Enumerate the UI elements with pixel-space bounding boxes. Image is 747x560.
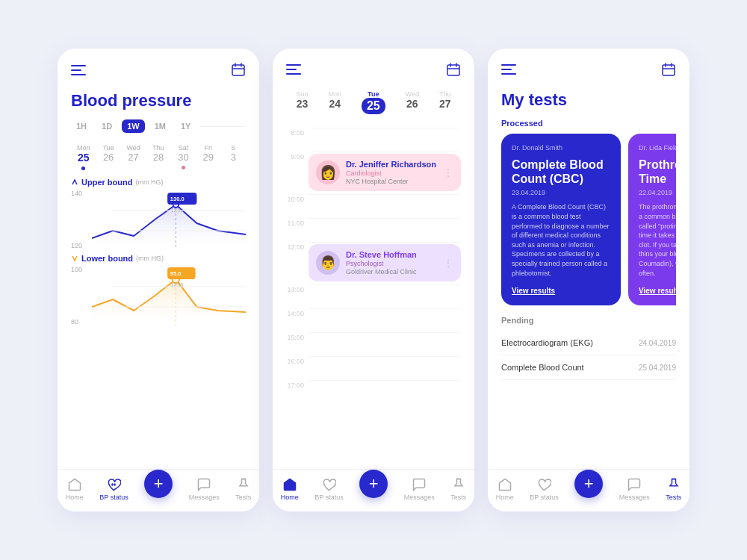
slot-12: 12:00 👨 Dr. Steve Hoffman Psychologist G… [286, 242, 461, 284]
cal-day-thu[interactable]: Thu 27 [439, 90, 451, 120]
avatar-richardson: 👩 [316, 161, 340, 184]
nav-messages-1[interactable]: Messages [189, 477, 220, 501]
test-card-cbc[interactable]: Dr. Donald Smith Complete Blood Count (C… [501, 134, 621, 305]
upper-bound-label: Upper bound (mm HG) [71, 178, 246, 187]
nav-home-3[interactable]: Home [496, 477, 514, 501]
calendar-week: Sun 23 Mon 24 Tue 25 Wed 26 [286, 90, 461, 120]
slot-15: 15:00 [286, 332, 461, 356]
tab-1w[interactable]: 1W [122, 119, 145, 133]
tab-1m[interactable]: 1M [149, 119, 171, 133]
upper-chart: 140 120 130.0 [71, 190, 246, 249]
top-bar-2 [286, 62, 461, 80]
appt-menu-1[interactable]: ⋮ [443, 167, 453, 178]
pending-date-2: 25.04.2019 [639, 364, 676, 372]
cal-day-mon[interactable]: Mon 24 [328, 90, 341, 120]
test-desc-1: A Complete Blood Count (CBC) is a common… [512, 202, 610, 278]
time-tabs: 1H 1D 1W 1M 1Y [71, 119, 246, 133]
svg-rect-1 [71, 69, 81, 71]
weekday-wed: Wed 27 [121, 143, 146, 172]
cal-day-wed[interactable]: Wed 26 [406, 90, 419, 120]
pending-label: Pending [501, 316, 676, 325]
bottom-nav-3: Home BP status + Messages Tests [488, 469, 689, 511]
test-date-1: 23.04.2019 [512, 189, 610, 196]
weekday-s: S 3 [221, 143, 246, 172]
test-date-2: 22.04.2019 [639, 189, 676, 196]
svg-rect-27 [447, 65, 459, 75]
avatar-hoffman: 👨 [316, 251, 340, 275]
tab-1d[interactable]: 1D [96, 119, 117, 133]
nav-tests-3[interactable]: Tests [666, 477, 681, 501]
nav-bp-1[interactable]: BP status [99, 477, 128, 501]
svg-rect-25 [286, 69, 297, 70]
nav-plus-2[interactable]: + [359, 470, 388, 498]
slot-17: 17:00 [286, 380, 461, 404]
processed-label: Processed [501, 119, 676, 128]
nav-plus-3[interactable]: + [574, 470, 603, 498]
calendar-icon-1[interactable] [231, 62, 246, 81]
doctor-name-2: Dr. Lida Fields [639, 144, 676, 152]
test-desc-2: The prothrombin time (PT test) is a comm… [639, 202, 676, 278]
svg-rect-35 [663, 65, 675, 75]
bottom-nav-1: Home BP status + Messages Tests [58, 469, 259, 511]
my-tests-screen: My tests Processed Dr. Donald Smith Comp… [488, 49, 689, 511]
blood-pressure-title: Blood pressure [71, 91, 246, 111]
doctor-name-1: Dr. Donald Smith [512, 144, 610, 152]
calendar-icon-2[interactable] [446, 62, 461, 80]
nav-bp-2[interactable]: BP status [314, 477, 343, 501]
cal-day-sun[interactable]: Sun 23 [296, 90, 308, 120]
hamburger-icon-2[interactable] [286, 64, 301, 78]
weekday-thu: Thu 28 [146, 143, 170, 172]
svg-rect-0 [71, 65, 86, 66]
svg-rect-3 [232, 65, 244, 75]
lower-bound-label: Lower bound (mm HG) [71, 254, 246, 263]
svg-text:130.0: 130.0 [170, 196, 185, 202]
top-bar-3 [501, 62, 676, 80]
cal-day-tue[interactable]: Tue 25 [362, 90, 385, 120]
top-bar-1 [71, 62, 246, 81]
pending-item-1: Electrocardiogram (EKG) 24.04.2019 [501, 331, 676, 355]
screens-container: Blood pressure 1H 1D 1W 1M 1Y Mon 25 Tue… [58, 49, 689, 511]
view-results-2[interactable]: View results [639, 287, 676, 295]
nav-messages-2[interactable]: Messages [404, 477, 435, 501]
calendar-icon-3[interactable] [661, 62, 676, 80]
appointment-hoffman[interactable]: 👨 Dr. Steve Hoffman Psychologist Goldriv… [309, 244, 461, 281]
pending-name-2: Complete Blood Count [501, 363, 584, 372]
nav-tests-2[interactable]: Tests [450, 477, 466, 501]
time-slots: 8:00 9:00 👩 Dr. Jeniffer Richardson Card… [286, 128, 461, 404]
slot-16: 16:00 [286, 356, 461, 380]
weekday-fri: Fri 29 [196, 143, 220, 172]
svg-rect-32 [501, 64, 516, 66]
pending-name-1: Electrocardiogram (EKG) [501, 338, 593, 347]
test-card-pt[interactable]: Dr. Lida Fields Prothrombin Time 22.04.2… [628, 134, 676, 305]
pending-date-1: 24.04.2019 [639, 339, 676, 347]
nav-bp-3[interactable]: BP status [530, 477, 558, 501]
svg-rect-24 [286, 64, 301, 66]
test-title-1: Complete Blood Count (CBC) [512, 158, 610, 186]
hamburger-icon[interactable] [71, 63, 86, 79]
nav-home-2[interactable]: Home [281, 477, 299, 501]
view-results-1[interactable]: View results [512, 287, 610, 295]
weekday-tue: Tue 26 [96, 143, 120, 172]
pending-item-2: Complete Blood Count 25.04.2019 [501, 355, 676, 380]
appointment-richardson[interactable]: 👩 Dr. Jeniffer Richardson Cardiologist N… [309, 154, 461, 191]
tab-1h[interactable]: 1H [71, 119, 92, 133]
test-title-2: Prothrombin Time [639, 158, 676, 186]
svg-marker-15 [92, 279, 246, 326]
appt-menu-2[interactable]: ⋮ [443, 257, 453, 269]
weekday-mon: Mon 25 [71, 143, 96, 172]
slot-13: 13:00 [286, 284, 461, 308]
bottom-nav-2: Home BP status + Messages Tests [273, 469, 474, 511]
tab-1y[interactable]: 1Y [176, 119, 196, 133]
nav-messages-3[interactable]: Messages [619, 477, 650, 501]
nav-plus-1[interactable]: + [144, 470, 173, 498]
slot-8: 8:00 [286, 128, 461, 152]
nav-home-1[interactable]: Home [66, 477, 84, 501]
svg-rect-2 [71, 74, 86, 75]
slot-10: 10:00 [286, 194, 461, 218]
blood-pressure-screen: Blood pressure 1H 1D 1W 1M 1Y Mon 25 Tue… [58, 49, 259, 511]
svg-rect-26 [286, 73, 301, 75]
hamburger-icon-3[interactable] [501, 64, 516, 78]
week-days: Mon 25 Tue 26 Wed 27 Thu 28 [71, 143, 246, 172]
lower-chart: 100 80 95.0 12:53 [71, 266, 246, 326]
nav-tests-1[interactable]: Tests [235, 477, 251, 501]
